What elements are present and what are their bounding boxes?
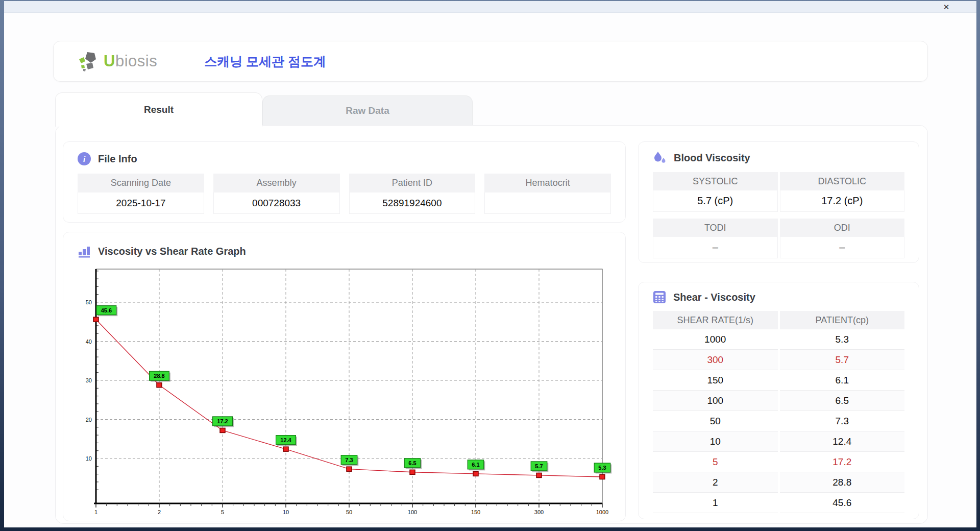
app-title: 스캐닝 모세관 점도계: [204, 53, 326, 70]
bv-cell-label: DIASTOLIC: [780, 172, 905, 190]
shear-table-header: SHEAR RATE(1/s) PATIENT(cp): [653, 311, 904, 329]
shear-table-body: 10005.33005.71506.11006.5507.31012.4517.…: [653, 329, 904, 513]
y-tick-label: 40: [86, 339, 92, 345]
shear-viscosity-panel: Shear - Viscosity SHEAR RATE(1/s) PATIEN…: [638, 282, 919, 519]
logo-icon: [77, 51, 101, 72]
file-info-title: File Info: [98, 153, 137, 165]
table-row: 10005.3: [653, 329, 904, 350]
file-info-fields: Scanning Date2025-10-17Assembly000728033…: [78, 174, 611, 214]
data-point: [536, 473, 542, 477]
data-point: [220, 428, 225, 432]
bv-value-row: 5.7 (cP)17.2 (cP): [653, 190, 904, 212]
table-row: 1012.4: [653, 431, 904, 452]
cell-shear-rate: 100: [653, 391, 778, 411]
field-label: Patient ID: [349, 174, 476, 192]
y-tick-label: 30: [86, 377, 92, 383]
point-label: 5.3: [598, 465, 606, 471]
x-tick-label: 1000: [596, 509, 608, 515]
window-close-button[interactable]: ✕: [941, 2, 952, 12]
cell-patient: 7.3: [780, 411, 905, 431]
cell-patient: 45.6: [780, 493, 905, 513]
logo-text-rest: biosis: [115, 52, 157, 70]
cell-patient: 5.7: [780, 350, 905, 370]
file-info-field: Assembly000728033: [213, 174, 340, 214]
data-point: [157, 383, 162, 388]
cell-shear-rate: 1: [653, 493, 778, 513]
y-tick-label: 20: [86, 417, 92, 423]
table-row: 3005.7: [653, 350, 904, 370]
x-tick-label: 5: [221, 509, 224, 515]
x-tick-label: 2: [158, 509, 161, 515]
point-label: 28.8: [154, 373, 164, 379]
table-row: 228.8: [653, 472, 904, 493]
point-label: 6.1: [472, 462, 479, 468]
logo-text: Ubiosis: [104, 52, 157, 70]
cell-shear-rate: 1000: [653, 329, 778, 350]
bv-header-row: SYSTOLICDIASTOLIC: [653, 172, 904, 190]
table-row: 1006.5: [653, 391, 904, 411]
cell-shear-rate: 50: [653, 411, 778, 431]
field-value: 000728033: [213, 192, 340, 214]
field-label: Assembly: [213, 174, 340, 192]
graph-title: Viscosity vs Shear Rate Graph: [98, 246, 246, 257]
file-info-field: Scanning Date2025-10-17: [78, 174, 204, 214]
calculator-icon: [653, 291, 666, 304]
point-label: 5.7: [535, 463, 543, 469]
cell-shear-rate: 5: [653, 452, 778, 472]
x-tick-label: 1: [94, 509, 97, 515]
point-label: 17.2: [217, 418, 228, 424]
bv-header-row: TODIODI: [653, 219, 904, 237]
tab-raw-data-label: Raw Data: [346, 105, 389, 116]
bv-cell-value: 5.7 (cP): [653, 190, 778, 212]
cell-patient: 17.2: [780, 452, 905, 472]
point-label: 7.3: [345, 457, 353, 463]
cell-shear-rate: 10: [653, 431, 778, 452]
point-label: 6.5: [408, 460, 416, 466]
viscosity-chart: 10203040501251050100150300100045.628.817…: [67, 262, 621, 517]
graph-panel: Viscosity vs Shear Rate Graph 1020304050…: [63, 232, 626, 521]
data-point: [410, 470, 415, 474]
table-row: 507.3: [653, 411, 904, 431]
tab-result[interactable]: Result: [55, 92, 262, 127]
field-value: 52891924600: [349, 192, 476, 214]
file-info-field: Hematocrit: [484, 174, 611, 214]
tab-result-label: Result: [144, 104, 174, 115]
blood-viscosity-title: Blood Viscosity: [674, 152, 750, 164]
logo-letter-u: U: [104, 52, 115, 70]
cell-shear-rate: 300: [653, 350, 778, 370]
file-info-field: Patient ID52891924600: [349, 174, 476, 214]
data-point: [473, 471, 478, 476]
bv-value-row: ––: [653, 237, 904, 258]
field-value: 2025-10-17: [78, 192, 204, 214]
column-shear-rate: SHEAR RATE(1/s): [653, 311, 778, 329]
app-window: ✕ Ubiosis 스캐닝 모세관 점도계 Result Raw Data: [4, 1, 976, 527]
brand-logo: Ubiosis: [77, 51, 157, 72]
cell-patient: 12.4: [780, 431, 905, 452]
close-icon: ✕: [943, 3, 950, 12]
bar-chart-icon: [78, 245, 91, 258]
bv-cell-label: SYSTOLIC: [653, 172, 778, 190]
data-point: [347, 467, 352, 471]
tab-raw-data[interactable]: Raw Data: [262, 95, 473, 125]
cell-patient: 6.5: [780, 391, 905, 411]
field-label: Scanning Date: [78, 174, 204, 192]
bv-cell-label: TODI: [653, 219, 778, 237]
bv-cell-label: ODI: [780, 219, 905, 237]
file-info-panel: i File Info Scanning Date2025-10-17Assem…: [63, 141, 626, 223]
y-tick-label: 50: [86, 299, 92, 305]
shear-table: SHEAR RATE(1/s) PATIENT(cp) 10005.33005.…: [653, 311, 904, 513]
data-point: [283, 447, 288, 451]
info-icon: i: [78, 152, 91, 165]
blood-viscosity-grid: SYSTOLICDIASTOLIC5.7 (cP)17.2 (cP)TODIOD…: [653, 172, 904, 258]
x-tick-label: 50: [346, 509, 352, 515]
column-patient: PATIENT(cp): [780, 311, 905, 329]
content-card: i File Info Scanning Date2025-10-17Assem…: [55, 125, 928, 524]
cell-patient: 28.8: [780, 472, 905, 493]
x-tick-label: 300: [534, 509, 544, 515]
bv-cell-value: –: [653, 237, 778, 258]
data-point: [93, 317, 99, 322]
x-tick-label: 150: [471, 509, 480, 515]
table-row: 517.2: [653, 452, 904, 472]
cell-patient: 5.3: [780, 329, 905, 350]
chart-area: 10203040501251050100150300100045.628.817…: [67, 262, 621, 519]
